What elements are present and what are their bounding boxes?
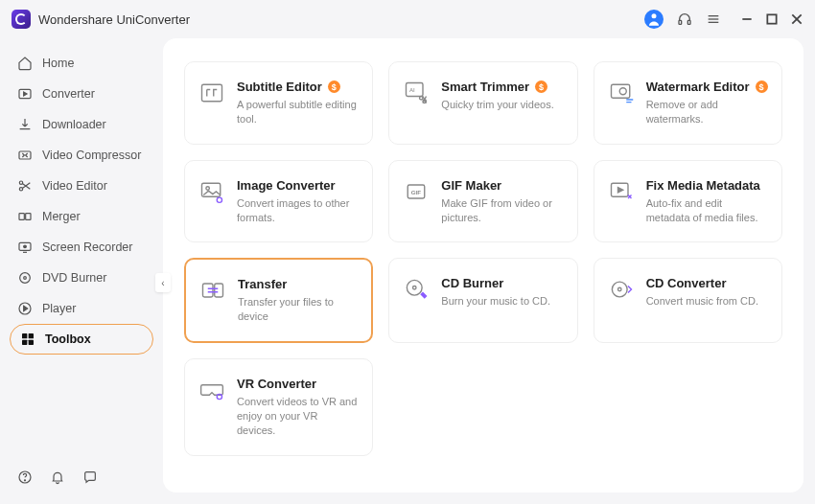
bell-icon[interactable] xyxy=(50,470,65,485)
close-button[interactable] xyxy=(790,12,803,26)
card-watermark-editor[interactable]: Watermark Editor$ Remove or add watermar… xyxy=(594,61,782,145)
card-desc: A powerful subtitle editing tool. xyxy=(237,98,359,126)
card-desc: Burn your music to CD. xyxy=(441,294,563,309)
svg-point-13 xyxy=(19,181,22,184)
svg-point-28 xyxy=(24,480,25,481)
titlebar: Wondershare UniConverter xyxy=(0,0,815,38)
window-controls xyxy=(740,12,803,26)
minimize-button[interactable] xyxy=(740,12,754,26)
maximize-button[interactable] xyxy=(765,12,779,26)
card-desc: Convert images to other formats. xyxy=(237,196,359,225)
svg-rect-15 xyxy=(19,214,24,220)
user-avatar-icon[interactable] xyxy=(644,10,664,29)
svg-point-19 xyxy=(20,273,31,284)
svg-rect-7 xyxy=(767,14,776,23)
sidebar: Home Converter Downloader Video Compress… xyxy=(0,38,163,504)
card-image-converter[interactable]: Image Converter Convert images to other … xyxy=(184,160,373,243)
sidebar-item-merger[interactable]: Merger xyxy=(0,201,163,232)
sidebar-item-label: Video Editor xyxy=(42,179,107,193)
card-cd-converter[interactable]: CD Converter Convert music from CD. xyxy=(594,258,782,343)
sidebar-item-downloader[interactable]: Downloader xyxy=(0,109,163,140)
sidebar-item-label: DVD Burner xyxy=(42,271,106,285)
sidebar-item-converter[interactable]: Converter xyxy=(0,79,163,109)
menu-icon[interactable] xyxy=(706,11,721,27)
card-title: CD Converter xyxy=(646,276,727,290)
content-panel: Subtitle Editor$ A powerful subtitle edi… xyxy=(163,38,803,493)
converter-icon xyxy=(17,86,33,102)
gif-icon: GIF xyxy=(403,178,430,205)
card-transfer[interactable]: Transfer Transfer your files to device xyxy=(184,258,373,343)
sidebar-item-recorder[interactable]: Screen Recorder xyxy=(0,232,163,263)
sidebar-item-editor[interactable]: Video Editor xyxy=(0,171,163,201)
headset-icon[interactable] xyxy=(677,11,692,27)
app-title: Wondershare UniConverter xyxy=(38,12,190,27)
card-title: CD Burner xyxy=(441,276,503,290)
home-icon xyxy=(17,56,33,71)
svg-rect-1 xyxy=(679,20,682,24)
card-smart-trimmer[interactable]: AI Smart Trimmer$ Quicky trim your video… xyxy=(388,61,577,145)
svg-point-18 xyxy=(24,245,27,248)
subtitle-icon xyxy=(198,80,225,106)
svg-rect-24 xyxy=(29,333,34,338)
sidebar-item-player[interactable]: Player xyxy=(0,293,163,324)
cd-converter-icon xyxy=(608,276,635,303)
card-title: GIF Maker xyxy=(441,178,501,193)
svg-point-20 xyxy=(24,277,27,280)
sidebar-item-label: Converter xyxy=(42,87,95,101)
card-title: Transfer xyxy=(238,277,287,291)
premium-badge-icon: $ xyxy=(328,80,340,93)
help-icon[interactable] xyxy=(17,470,33,485)
download-icon xyxy=(17,117,33,132)
svg-point-47 xyxy=(617,288,621,292)
sidebar-item-toolbox[interactable]: Toolbox xyxy=(10,324,153,355)
svg-rect-2 xyxy=(687,20,690,24)
toolbox-icon xyxy=(20,332,35,347)
card-fix-metadata[interactable]: Fix Media Metadata Auto-fix and edit met… xyxy=(594,160,782,243)
toolbox-grid: Subtitle Editor$ A powerful subtitle edi… xyxy=(184,61,782,456)
recorder-icon xyxy=(17,240,33,255)
card-desc: Transfer your files to device xyxy=(238,295,358,324)
merger-icon xyxy=(17,209,33,224)
sidebar-item-home[interactable]: Home xyxy=(0,48,163,79)
svg-rect-42 xyxy=(203,284,214,297)
svg-rect-26 xyxy=(29,340,34,345)
svg-rect-25 xyxy=(22,340,27,345)
svg-point-45 xyxy=(413,286,417,290)
card-desc: Make GIF from video or pictures. xyxy=(441,196,563,225)
premium-badge-icon: $ xyxy=(756,80,768,93)
card-title: Fix Media Metadata xyxy=(646,178,760,193)
svg-text:AI: AI xyxy=(409,86,415,93)
card-title: Watermark Editor xyxy=(646,80,750,94)
sidebar-item-dvd[interactable]: DVD Burner xyxy=(0,263,163,293)
sidebar-item-label: Video Compressor xyxy=(42,149,141,162)
sidebar-item-label: Player xyxy=(42,302,76,315)
svg-rect-43 xyxy=(215,284,223,297)
titlebar-right xyxy=(644,10,803,29)
card-vr-converter[interactable]: VR Converter Convert videos to VR and en… xyxy=(184,358,373,456)
svg-marker-11 xyxy=(24,92,27,96)
card-desc: Remove or add watermarks. xyxy=(646,98,768,126)
svg-point-35 xyxy=(619,88,626,95)
card-subtitle-editor[interactable]: Subtitle Editor$ A powerful subtitle edi… xyxy=(184,61,373,145)
svg-point-46 xyxy=(612,283,627,298)
feedback-icon[interactable] xyxy=(82,470,98,485)
titlebar-left: Wondershare UniConverter xyxy=(12,10,190,29)
sidebar-item-label: Merger xyxy=(42,210,81,223)
scissors-icon xyxy=(17,178,33,194)
svg-point-44 xyxy=(408,281,423,296)
svg-rect-16 xyxy=(26,214,31,220)
sidebar-item-compressor[interactable]: Video Compressor xyxy=(0,140,163,171)
play-icon xyxy=(17,301,33,316)
card-cd-burner[interactable]: CD Burner Burn your music to CD. xyxy=(388,258,577,343)
premium-badge-icon: $ xyxy=(535,80,547,93)
disc-icon xyxy=(17,270,33,286)
card-desc: Auto-fix and edit metadata of media file… xyxy=(646,196,768,225)
card-title: Subtitle Editor xyxy=(237,80,322,94)
sidebar-item-label: Downloader xyxy=(42,118,106,131)
svg-point-32 xyxy=(420,97,424,101)
collapse-chevron-icon[interactable]: ‹ xyxy=(155,273,171,292)
svg-marker-41 xyxy=(617,187,622,192)
svg-point-14 xyxy=(19,188,22,191)
card-gif-maker[interactable]: GIF GIF Maker Make GIF from video or pic… xyxy=(388,160,577,243)
nav: Home Converter Downloader Video Compress… xyxy=(0,48,163,460)
